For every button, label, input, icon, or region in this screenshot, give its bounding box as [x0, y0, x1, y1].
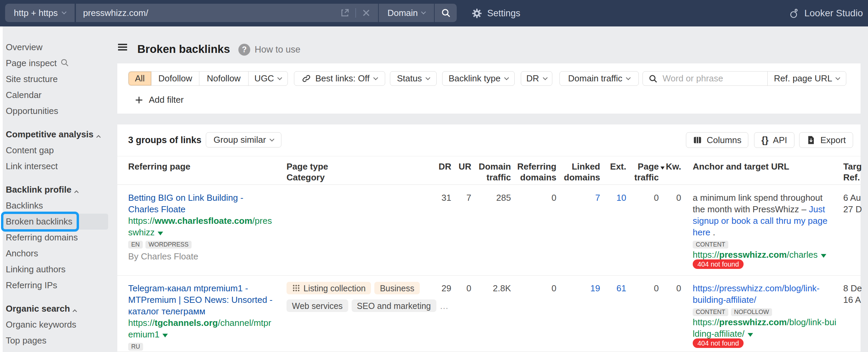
col-page-type[interactable]: Page typeCategory [287, 161, 328, 183]
ref-page-url-selector[interactable]: Ref. page URL [768, 72, 846, 85]
protocol-selector-label: http + https [14, 8, 58, 18]
url-input[interactable]: presswhizz.com/ [76, 4, 378, 22]
referring-page-link[interactable]: Betting BIG on Link Building - Charles F… [128, 192, 274, 215]
filter-dofollow[interactable]: Dofollow [151, 72, 199, 85]
search-icon [441, 8, 451, 18]
sidebar-item-linking-authors[interactable]: Linking authors [2, 261, 108, 277]
backlink-type-filter[interactable]: Backlink type [442, 71, 515, 86]
dates-cell: 6 Au 27 D [843, 192, 863, 215]
sidebar-section-competitive-analysis[interactable]: Competitive analysis [2, 126, 108, 142]
filter-nofollow[interactable]: Nofollow [199, 72, 248, 85]
how-to-use-link[interactable]: ? How to use [238, 44, 300, 56]
chevron-up-icon [74, 190, 79, 195]
how-to-use-label: How to use [255, 44, 300, 55]
best-links-filter[interactable]: Best links: Off [294, 71, 385, 86]
topbar: http + https presswhizz.com/ Domain Sett… [0, 0, 868, 26]
table-header: Referring page Page typeCategory DR UR D… [117, 157, 861, 185]
dr-filter[interactable]: DR [521, 71, 552, 86]
divider [355, 8, 356, 18]
sidebar-item-calendar[interactable]: Calendar [2, 87, 108, 103]
referring-page-url[interactable]: https://www.charlesfloate.com/presswhizz [128, 215, 274, 238]
language-badge: EN [128, 241, 143, 249]
open-in-new-tab-icon[interactable] [340, 8, 350, 18]
looker-studio-icon [789, 8, 800, 19]
expand-url-icon[interactable] [748, 333, 753, 337]
expand-url-icon[interactable] [162, 334, 168, 337]
sidebar: Overview Page inspect Site structure Cal… [0, 26, 117, 352]
table-panel: 3 groups of links Group similar Columns … [117, 124, 861, 352]
anchor-cell: https://presswhizz.com/blog/link-buildin… [693, 282, 837, 348]
looker-studio-button[interactable]: Looker Studio [789, 0, 863, 26]
anchor-inline-link[interactable]: https://presswhizz.com/blog/link-buildin… [693, 283, 820, 305]
sidebar-section-organic-search[interactable]: Organic search [2, 301, 108, 317]
search-button[interactable] [435, 4, 457, 22]
chevron-down-icon [543, 75, 548, 80]
sidebar-item-anchors[interactable]: Anchors [2, 246, 108, 261]
sidebar-item-link-intersect[interactable]: Link intersect [2, 158, 108, 174]
content-badge: CONTENT [693, 308, 728, 316]
sidebar-item-referring-domains[interactable]: Referring domains [2, 230, 108, 246]
api-button[interactable]: {} API [754, 132, 794, 148]
filter-ugc[interactable]: UGC [248, 72, 288, 85]
referring-page-link[interactable]: Telegram-канал mtpremium1 - MTPremium | … [128, 282, 274, 317]
search-icon [648, 74, 658, 83]
page-type-pill: Listing collection [287, 282, 371, 294]
sidebar-item-overview[interactable]: Overview [2, 39, 108, 55]
columns-icon [693, 135, 702, 145]
language-badge: RU [128, 343, 143, 351]
chevron-up-icon [96, 135, 101, 139]
export-icon [806, 135, 816, 145]
sidebar-item-opportunities[interactable]: Opportunities [2, 103, 108, 119]
author-label: By Charles Floate [128, 251, 274, 262]
status-badge: 404 not found [693, 338, 744, 348]
chevron-down-icon [626, 75, 631, 80]
sidebar-scrollbar[interactable] [0, 26, 3, 352]
status-filter[interactable]: Status [390, 71, 437, 86]
expand-url-icon[interactable] [821, 254, 826, 258]
referring-page-url[interactable]: https://tgchannels.org/channel/mtpremium… [128, 317, 274, 340]
group-similar-selector[interactable]: Group similar [206, 132, 281, 148]
col-referring-page[interactable]: Referring page [128, 161, 191, 172]
content-badge: CONTENT [693, 241, 728, 249]
col-anchor-target-url[interactable]: Anchor and target URL [693, 161, 789, 172]
sidebar-item-site-structure[interactable]: Site structure [2, 71, 108, 87]
sidebar-item-content-gap[interactable]: Content gap [2, 142, 108, 158]
export-button[interactable]: Export [799, 132, 853, 148]
chevron-down-icon [835, 75, 840, 80]
chevron-up-icon [73, 309, 77, 314]
target-url[interactable]: https://presswhizz.com/blog/link-buildin… [693, 316, 837, 339]
chevron-down-icon [62, 9, 66, 14]
domain-traffic-filter[interactable]: Domain traffic [559, 71, 639, 86]
sidebar-item-top-pages[interactable]: Top pages [2, 333, 108, 349]
more-categories[interactable]: … [440, 300, 449, 312]
cell-kw: 0 [627, 282, 681, 294]
columns-button[interactable]: Columns [686, 132, 748, 148]
gear-icon [471, 8, 482, 19]
settings-button[interactable]: Settings [471, 0, 520, 26]
chevron-down-icon [421, 9, 426, 14]
protocol-selector[interactable]: http + https [5, 4, 75, 22]
page-header-band: Broken backlinks ? How to use [117, 26, 868, 63]
col-kw[interactable]: Kw. [627, 161, 681, 172]
sidebar-item-page-inspect[interactable]: Page inspect [2, 55, 108, 71]
clear-url-icon[interactable] [361, 8, 371, 18]
expand-url-icon[interactable] [158, 232, 163, 235]
filter-all[interactable]: All [129, 72, 151, 85]
menu-icon[interactable] [118, 44, 127, 51]
mode-selector[interactable]: Domain [379, 4, 434, 22]
url-value: presswhizz.com/ [83, 8, 148, 18]
word-or-phrase-input[interactable]: Word or phrase [643, 72, 768, 85]
add-filter-button[interactable]: Add filter [135, 93, 184, 107]
anchor-text: a minimum link spend throughout the mont… [693, 192, 837, 238]
sidebar-section-backlink-profile[interactable]: Backlink profile [2, 182, 108, 198]
sidebar-item-referring-ips[interactable]: Referring IPs [2, 277, 108, 293]
platform-badge: WORDPRESS [145, 241, 192, 249]
referring-page-cell: Betting BIG on Link Building - Charles F… [128, 192, 274, 262]
sidebar-item-backlinks[interactable]: Backlinks [2, 198, 108, 214]
sidebar-item-organic-keywords[interactable]: Organic keywords [2, 317, 108, 333]
col-target-ref[interactable]: TargRef. p [843, 161, 863, 183]
chevron-down-icon [277, 75, 282, 80]
word-or-phrase-placeholder: Word or phrase [663, 73, 723, 84]
target-url[interactable]: https://presswhizz.com/charles [693, 249, 837, 260]
nofollow-badge: NOFOLLOW [731, 308, 772, 316]
